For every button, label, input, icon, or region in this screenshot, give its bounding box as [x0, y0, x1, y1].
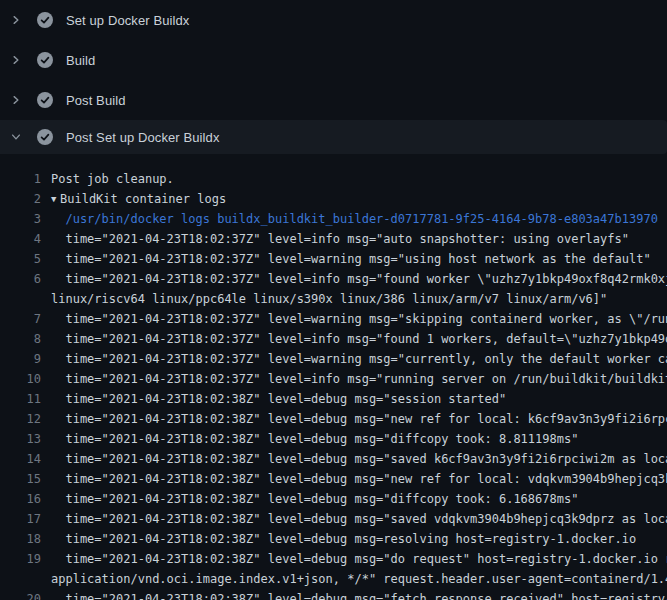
line-text: time="2021-04-23T18:02:38Z" level=debug … — [51, 512, 667, 526]
step-header-build[interactable]: Build — [0, 40, 667, 80]
chevron-right-icon — [9, 13, 23, 27]
line-text: /usr/bin/docker logs buildx_buildkit_bui… — [51, 212, 658, 226]
log-line: 6 time="2021-04-23T18:02:37Z" level=info… — [0, 269, 667, 289]
chevron-down-icon — [9, 130, 23, 144]
line-number[interactable]: 13 — [0, 429, 41, 449]
line-number[interactable]: 12 — [0, 409, 41, 429]
line-number[interactable]: 1 — [0, 169, 41, 189]
line-number[interactable]: 20 — [0, 589, 41, 600]
line-text: Post job cleanup. — [51, 172, 174, 186]
log-line: 9 time="2021-04-23T18:02:37Z" level=warn… — [0, 349, 667, 369]
log-line: 11 time="2021-04-23T18:02:38Z" level=deb… — [0, 389, 667, 409]
line-number[interactable]: 8 — [0, 329, 41, 349]
line-number[interactable]: 17 — [0, 509, 41, 529]
actions-log-viewer: Set up Docker Buildx Build — [0, 0, 667, 600]
line-text: time="2021-04-23T18:02:38Z" level=debug … — [51, 432, 578, 446]
log-line: 5 time="2021-04-23T18:02:37Z" level=warn… — [0, 249, 667, 269]
chevron-right-icon — [9, 93, 23, 107]
step-title: Build — [66, 53, 95, 68]
line-text: time="2021-04-23T18:02:37Z" level=info m… — [51, 232, 629, 246]
log-line: 15 time="2021-04-23T18:02:38Z" level=deb… — [0, 469, 667, 489]
log-line: 1Post job cleanup. — [0, 169, 667, 189]
log-area: 1Post job cleanup. 2▼BuildKit container … — [0, 154, 667, 600]
line-text: time="2021-04-23T18:02:37Z" level=info m… — [51, 272, 667, 286]
line-number[interactable]: 14 — [0, 449, 41, 469]
check-circle-icon — [37, 12, 53, 28]
line-text: time="2021-04-23T18:02:37Z" level=info m… — [51, 372, 667, 386]
check-circle-icon — [37, 129, 53, 145]
line-number[interactable]: 5 — [0, 249, 41, 269]
step-title: Post Build — [66, 93, 126, 108]
line-text: time="2021-04-23T18:02:37Z" level=warnin… — [51, 252, 651, 266]
log-line: 19 time="2021-04-23T18:02:38Z" level=deb… — [0, 549, 667, 569]
group-collapse-toggle-icon[interactable]: ▼ — [51, 189, 60, 209]
log-line: 8 time="2021-04-23T18:02:37Z" level=info… — [0, 329, 667, 349]
line-text: BuildKit container logs — [60, 192, 226, 206]
line-text: time="2021-04-23T18:02:37Z" level=info m… — [51, 332, 667, 346]
line-number[interactable]: 11 — [0, 389, 41, 409]
line-number[interactable]: 19 — [0, 549, 41, 569]
log-line: 13 time="2021-04-23T18:02:38Z" level=deb… — [0, 429, 667, 449]
line-number[interactable]: 2 — [0, 189, 41, 209]
line-number[interactable]: 10 — [0, 369, 41, 389]
log-line: 18 time="2021-04-23T18:02:38Z" level=deb… — [0, 529, 667, 549]
line-text: time="2021-04-23T18:02:38Z" level=debug … — [51, 392, 506, 406]
line-text: time="2021-04-23T18:02:37Z" level=warnin… — [51, 312, 667, 326]
check-circle-icon — [37, 92, 53, 108]
line-text: time="2021-04-23T18:02:38Z" level=debug … — [51, 472, 667, 486]
line-number[interactable]: 3 — [0, 209, 41, 229]
log-line-wrap-continuation: application/vnd.oci.image.index.v1+json,… — [0, 569, 667, 589]
log-line: 12 time="2021-04-23T18:02:38Z" level=deb… — [0, 409, 667, 429]
line-number[interactable]: 7 — [0, 309, 41, 329]
log-line: 3 /usr/bin/docker logs buildx_buildkit_b… — [0, 209, 667, 229]
check-circle-icon — [37, 52, 53, 68]
line-text: time="2021-04-23T18:02:38Z" level=debug … — [51, 452, 667, 466]
log-line: 2▼BuildKit container logs — [0, 189, 667, 209]
chevron-right-icon — [9, 53, 23, 67]
line-number[interactable]: 18 — [0, 529, 41, 549]
line-text: time="2021-04-23T18:02:38Z" level=debug … — [51, 552, 667, 566]
step-header-post-build[interactable]: Post Build — [0, 80, 667, 120]
line-text: time="2021-04-23T18:02:38Z" level=debug … — [51, 412, 667, 426]
step-header-set-up-docker-buildx[interactable]: Set up Docker Buildx — [0, 0, 667, 40]
step-title: Set up Docker Buildx — [66, 13, 189, 28]
line-number[interactable]: 15 — [0, 469, 41, 489]
line-text: time="2021-04-23T18:02:38Z" level=debug … — [51, 492, 578, 506]
line-text: time="2021-04-23T18:02:37Z" level=warnin… — [51, 352, 667, 366]
step-title: Post Set up Docker Buildx — [66, 130, 220, 145]
line-number[interactable]: 9 — [0, 349, 41, 369]
line-text: application/vnd.oci.image.index.v1+json,… — [51, 572, 667, 586]
log-line: 17 time="2021-04-23T18:02:38Z" level=deb… — [0, 509, 667, 529]
line-text: linux/riscv64 linux/ppc64le linux/s390x … — [51, 292, 607, 306]
log-line: 20 time="2021-04-23T18:02:38Z" level=deb… — [0, 589, 667, 600]
line-number[interactable]: 16 — [0, 489, 41, 509]
log-line-wrap-continuation: linux/riscv64 linux/ppc64le linux/s390x … — [0, 289, 667, 309]
step-list: Set up Docker Buildx Build — [0, 0, 667, 154]
line-number[interactable]: 4 — [0, 229, 41, 249]
line-text: time="2021-04-23T18:02:38Z" level=debug … — [51, 592, 667, 600]
log-line: 4 time="2021-04-23T18:02:37Z" level=info… — [0, 229, 667, 249]
line-text: time="2021-04-23T18:02:38Z" level=debug … — [51, 532, 636, 546]
step-header-post-set-up-docker-buildx[interactable]: Post Set up Docker Buildx — [0, 120, 667, 154]
log-line: 14 time="2021-04-23T18:02:38Z" level=deb… — [0, 449, 667, 469]
line-number[interactable]: 6 — [0, 269, 41, 289]
log-line: 7 time="2021-04-23T18:02:37Z" level=warn… — [0, 309, 667, 329]
log-line: 16 time="2021-04-23T18:02:38Z" level=deb… — [0, 489, 667, 509]
log-line: 10 time="2021-04-23T18:02:37Z" level=inf… — [0, 369, 667, 389]
